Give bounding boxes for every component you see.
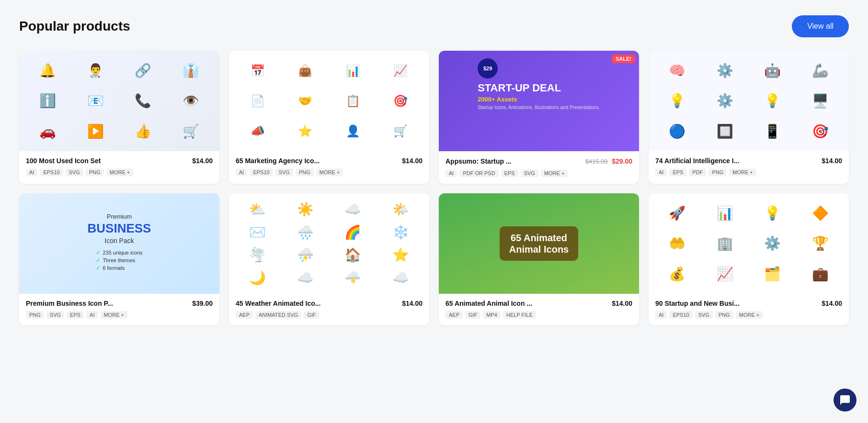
icon-s6: 🏢 [702, 235, 748, 251]
tag-ai: AI [655, 311, 667, 319]
card-2-image: 📅 👜 📊 📈 📄 🤝 📋 🎯 📣 ⭐ 👤 🛒 [229, 51, 429, 151]
card-8-info: 90 Startup and New Busi... $14.00 AI EPS… [649, 294, 849, 325]
business-label: BUSINESS [88, 221, 151, 236]
card-3-image: SALE! $29 START-UP DEAL 2000+ Assets Sta… [439, 51, 639, 151]
card-5-price: $39.00 [192, 300, 213, 307]
card-8-price: $14.00 [822, 300, 842, 307]
card-3-info: Appsumo: Startup ... $415.00 $29.00 AI P… [439, 151, 639, 184]
tag-eps10: EPS10 [250, 168, 273, 176]
card-5-info: Premium Business Icon P... $39.00 PNG SV… [19, 294, 219, 325]
page-title: Popular products [19, 19, 130, 34]
tag-eps10: EPS10 [669, 311, 692, 319]
page-header: Popular products View all [19, 15, 849, 37]
animal-title: 65 Animated Animal Icons [509, 232, 569, 255]
product-card-3[interactable]: SALE! $29 START-UP DEAL 2000+ Assets Sta… [439, 51, 639, 184]
tag-help: HELP FILE [503, 311, 536, 319]
deal-subtitle: 2000+ Assets [478, 96, 600, 103]
product-card-5[interactable]: Premium BUSINESS Icon Pack ✓ 235 unique … [19, 193, 219, 325]
tag-gif: GIF [304, 311, 319, 319]
card-6-info: 45 Weather Animated Ico... $14.00 AEP AN… [229, 294, 429, 325]
product-card-1[interactable]: 🔔 👨‍⚕️ 🔗 👔 ℹ️ 📧 📞 👁️ 🚗 ▶️ 👍 🛒 100 Most U… [19, 51, 219, 184]
card-4-title: 74 Artificial Intelligence I... [655, 157, 818, 165]
tag-ai: AI [236, 168, 247, 176]
card-6-title: 45 Weather Animated Ico... [236, 300, 398, 307]
product-card-4[interactable]: 🧠 ⚙️ 🤖 🦾 💡 ⚙️ 💡 🖥️ 🔵 🔲 📱 🎯 74 Artificial… [649, 51, 849, 184]
icon-doctor: 👨‍⚕️ [73, 63, 119, 78]
tag-eps: EPS [67, 311, 84, 319]
icon-s9: 💰 [654, 266, 700, 282]
tag-mp4: MP4 [483, 311, 501, 319]
icon-doc: 📄 [235, 94, 281, 108]
icon-s7: ⚙️ [750, 235, 796, 251]
icon-email: 📧 [73, 93, 119, 109]
icon-network: 🔵 [654, 123, 700, 139]
card-3-title-row: Appsumo: Startup ... $415.00 $29.00 [445, 157, 632, 166]
card-4-title-row: 74 Artificial Intelligence I... $14.00 [655, 157, 842, 165]
icon-handshake: 🤝 [283, 94, 329, 108]
icon-s2: 📊 [702, 205, 748, 221]
icon-play: ▶️ [73, 123, 119, 139]
sale-badge: SALE! [612, 55, 635, 63]
icon-s10: 📈 [702, 266, 748, 282]
tag-png: PNG [715, 311, 733, 319]
icon-businessman: 👔 [168, 63, 214, 78]
feature-list: ✓ 235 unique icons ✓ Three themes ✓ 6 fo… [96, 249, 142, 272]
icon-s8: 🏆 [798, 235, 844, 251]
card-4-info: 74 Artificial Intelligence I... $14.00 A… [649, 151, 849, 183]
icon-info: ℹ️ [25, 93, 71, 109]
tag-ai: AI [445, 169, 457, 177]
card-6-price: $14.00 [402, 300, 423, 307]
product-card-8[interactable]: 🚀 📊 💡 🔶 🤲 🏢 ⚙️ 🏆 💰 📈 🗂️ 💼 90 Startup and… [649, 193, 849, 325]
products-grid: 🔔 👨‍⚕️ 🔗 👔 ℹ️ 📧 📞 👁️ 🚗 ▶️ 👍 🛒 100 Most U… [19, 51, 849, 325]
tag-eps: EPS [669, 168, 686, 176]
icon-w6: 🌧️ [283, 224, 329, 240]
card-3-tags: AI PDF OR PSD EPS SVG MORE + [445, 169, 632, 177]
icon-gear1: ⚙️ [702, 63, 748, 78]
tag-gif: GIF [465, 311, 480, 319]
icon-s1: 🚀 [654, 205, 700, 221]
icon-graph: 📈 [378, 64, 424, 78]
card-8-image: 🚀 📊 💡 🔶 🤲 🏢 ⚙️ 🏆 💰 📈 🗂️ 💼 [649, 193, 849, 294]
tag-png: PNG [708, 168, 727, 176]
tag-png: PNG [26, 311, 44, 319]
icon-robot1: 🤖 [750, 63, 796, 78]
tag-more: MORE + [736, 311, 763, 319]
icon-w8: ❄️ [378, 224, 424, 240]
icon-car: 🚗 [25, 123, 71, 139]
card-8-tags: AI EPS10 SVG PNG MORE + [655, 311, 842, 319]
tag-ai: AI [655, 168, 667, 176]
product-card-6[interactable]: ⛅ ☀️ ☁️ 🌤️ ✉️ 🌧️ 🌈 ❄️ 🌪️ ⛈️ 🏠 ⭐ 🌙 ☁️ 🌩️ … [229, 193, 429, 325]
card-5-title-row: Premium Business Icon P... $39.00 [26, 300, 213, 307]
icon-megaphone: 📣 [235, 124, 281, 138]
card-1-tags: AI EPS10 SVG PNG MORE + [26, 168, 213, 176]
tag-svg: SVG [521, 169, 538, 177]
view-all-button[interactable]: View all [792, 15, 849, 37]
card-4-tags: AI EPS PDF PNG MORE + [655, 168, 842, 176]
icon-w14: ☁️ [283, 270, 329, 286]
product-card-7[interactable]: 65 Animated Animal Icons 65 Animated Ani… [439, 193, 639, 325]
card-3-price-sale: $29.00 [612, 157, 632, 165]
icon-w7: 🌈 [330, 224, 376, 240]
card-3-title: Appsumo: Startup ... [445, 157, 582, 165]
card-4-image: 🧠 ⚙️ 🤖 🦾 💡 ⚙️ 💡 🖥️ 🔵 🔲 📱 🎯 [649, 51, 849, 151]
tag-svg: SVG [66, 168, 83, 176]
icon-phone: 📞 [120, 93, 166, 109]
icon-w3: ☁️ [330, 201, 376, 217]
product-card-2[interactable]: 📅 👜 📊 📈 📄 🤝 📋 🎯 📣 ⭐ 👤 🛒 65 Marketing Age… [229, 51, 429, 184]
tag-aep: AEP [236, 311, 253, 319]
animal-text-box: 65 Animated Animal Icons [500, 226, 578, 261]
icon-s12: 💼 [798, 266, 844, 282]
chat-bubble-button[interactable] [834, 389, 857, 412]
tag-png: PNG [296, 168, 314, 176]
card-1-info: 100 Most Used Icon Set $14.00 AI EPS10 S… [19, 151, 219, 183]
tag-more: MORE + [729, 168, 756, 176]
card-2-info: 65 Marketing Agency Ico... $14.00 AI EPS… [229, 151, 429, 183]
card-7-image: 65 Animated Animal Icons [439, 193, 639, 294]
icon-ai2: 🎯 [798, 123, 844, 139]
icon-w12: ⭐ [378, 247, 424, 263]
icon-circuit: 🔲 [702, 123, 748, 139]
icon-bag: 👜 [283, 64, 329, 78]
icon-s3: 💡 [750, 205, 796, 221]
icon-w4: 🌤️ [378, 201, 424, 217]
deal-desc: Startup Icons, Animations, Illustrations… [478, 105, 600, 110]
